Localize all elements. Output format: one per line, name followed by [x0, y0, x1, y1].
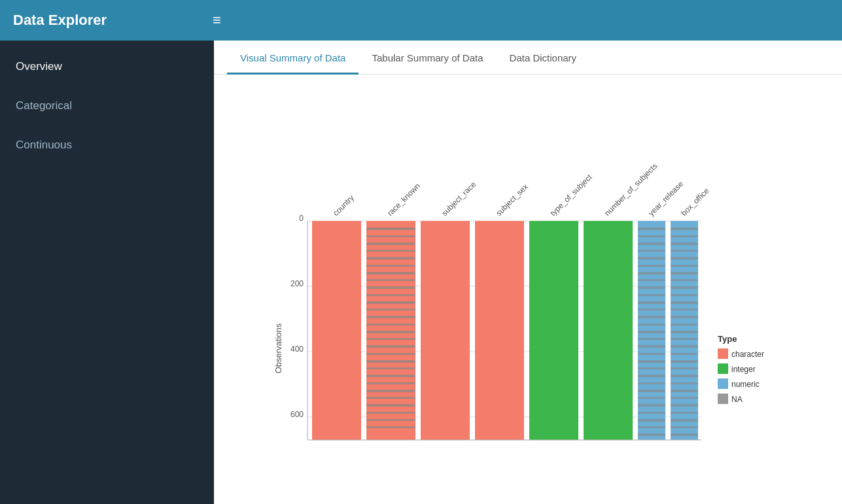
svg-rect-56: [638, 404, 665, 407]
svg-rect-83: [671, 382, 698, 384]
svg-rect-58: [638, 419, 665, 422]
svg-rect-33: [638, 235, 665, 237]
legend-swatch-na: [718, 394, 728, 404]
svg-rect-52: [638, 375, 665, 377]
hamburger-icon[interactable]: ≡: [213, 12, 221, 29]
svg-rect-40: [638, 286, 665, 289]
svg-rect-73: [671, 309, 698, 311]
svg-rect-59: [638, 426, 665, 428]
tab-bar: Visual Summary of Data Tabular Summary o…: [214, 41, 842, 75]
svg-rect-50: [638, 360, 665, 363]
svg-rect-46: [638, 331, 665, 333]
svg-rect-87: [671, 412, 698, 414]
svg-rect-51: [638, 367, 665, 369]
svg-rect-9: [366, 279, 415, 281]
svg-rect-7: [366, 265, 415, 267]
y-tick-200: 200: [290, 279, 304, 288]
svg-rect-90: [671, 433, 698, 436]
svg-rect-64: [671, 243, 698, 245]
svg-rect-77: [671, 338, 698, 340]
svg-rect-17: [366, 338, 415, 340]
svg-rect-81: [671, 367, 698, 369]
svg-rect-19: [366, 353, 415, 355]
svg-rect-16: [366, 331, 415, 333]
col-label-subject-race: subject_race: [440, 179, 478, 217]
svg-rect-18: [366, 345, 415, 348]
svg-rect-74: [671, 316, 698, 318]
chart-container: Observations 0 200 400 600: [214, 75, 842, 504]
svg-rect-75: [671, 324, 698, 326]
svg-rect-54: [638, 390, 665, 392]
bar-box-office-base: [671, 221, 698, 440]
tab-dictionary[interactable]: Data Dictionary: [497, 41, 590, 75]
svg-rect-38: [638, 272, 665, 275]
svg-rect-44: [638, 316, 665, 318]
sidebar: Overview Categorical Continuous: [0, 41, 214, 504]
tab-visual[interactable]: Visual Summary of Data: [227, 41, 359, 75]
svg-rect-42: [638, 301, 665, 304]
svg-rect-6: [366, 257, 415, 260]
col-label-type-of-subject: type_of_subject: [548, 172, 594, 218]
svg-rect-68: [671, 272, 698, 275]
col-label-box-office: box_office: [679, 186, 711, 218]
svg-rect-65: [671, 250, 698, 252]
svg-rect-82: [671, 375, 698, 377]
legend-label-character: character: [731, 350, 764, 359]
col-label-country: country: [331, 193, 356, 218]
col-label-race-known: race_known: [385, 181, 422, 218]
svg-rect-10: [366, 286, 415, 289]
bar-country: [312, 221, 361, 440]
bar-type-of-subject: [529, 221, 578, 440]
svg-rect-8: [366, 272, 415, 275]
svg-rect-11: [366, 294, 415, 296]
app-title: Data Explorer: [13, 12, 200, 29]
svg-rect-25: [366, 397, 415, 399]
sidebar-item-overview[interactable]: Overview: [0, 47, 214, 86]
svg-rect-45: [638, 324, 665, 326]
svg-rect-43: [638, 309, 665, 311]
legend-swatch-numeric: [718, 378, 728, 389]
y-tick-400: 400: [290, 344, 304, 354]
svg-rect-36: [638, 257, 665, 260]
svg-rect-4: [366, 243, 415, 245]
tab-tabular[interactable]: Tabular Summary of Data: [359, 41, 496, 75]
svg-rect-60: [638, 433, 665, 436]
svg-rect-67: [671, 265, 698, 267]
svg-rect-26: [366, 404, 415, 407]
bar-subject-race: [421, 221, 470, 440]
svg-rect-55: [638, 397, 665, 399]
svg-rect-20: [366, 360, 415, 363]
svg-rect-63: [671, 235, 698, 237]
sidebar-item-continuous[interactable]: Continuous: [0, 126, 214, 165]
svg-rect-14: [366, 316, 415, 318]
svg-rect-69: [671, 279, 698, 281]
svg-rect-13: [366, 309, 415, 311]
svg-rect-28: [366, 419, 415, 421]
svg-rect-57: [638, 412, 665, 414]
svg-rect-23: [366, 382, 415, 384]
svg-rect-66: [671, 257, 698, 260]
col-label-subject-sex: subject_sex: [494, 182, 530, 218]
svg-rect-5: [366, 250, 415, 252]
sidebar-item-categorical[interactable]: Categorical: [0, 86, 214, 126]
bar-year-release-na: [638, 227, 665, 436]
svg-rect-37: [638, 265, 665, 267]
svg-rect-21: [366, 367, 415, 369]
svg-rect-22: [366, 375, 415, 377]
svg-rect-12: [366, 301, 415, 304]
main-layout: Overview Categorical Continuous Visual S…: [0, 41, 842, 504]
y-axis-title: Observations: [273, 323, 283, 373]
y-tick-600: 600: [290, 410, 304, 419]
svg-rect-80: [671, 360, 698, 363]
bar-number-of-subjects: [584, 221, 633, 440]
legend-label-na: NA: [731, 395, 743, 404]
svg-rect-88: [671, 419, 698, 422]
bar-box-office-na: [671, 227, 698, 436]
svg-rect-72: [671, 301, 698, 304]
svg-rect-34: [638, 243, 665, 245]
svg-rect-29: [366, 426, 415, 428]
svg-rect-24: [366, 390, 415, 392]
svg-rect-53: [638, 382, 665, 384]
svg-rect-41: [638, 294, 665, 296]
svg-rect-84: [671, 390, 698, 392]
